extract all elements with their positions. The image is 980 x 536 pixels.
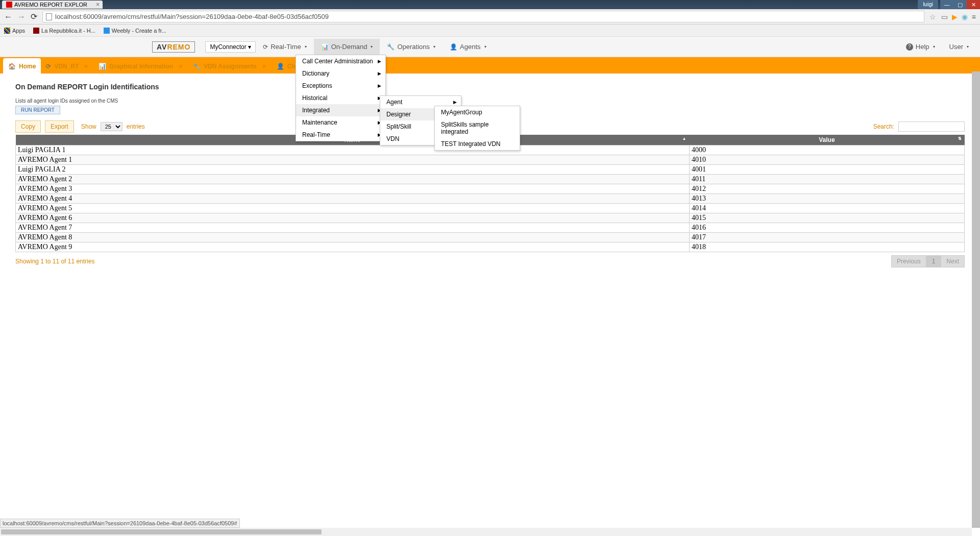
caret-down-icon: ▾ xyxy=(484,44,486,49)
cell-name: AVREMO Agent 4 xyxy=(16,194,690,204)
copy-button[interactable]: Copy xyxy=(15,120,41,133)
menu-item-cca[interactable]: Call Center Administration▶ xyxy=(296,55,385,67)
table-row[interactable]: AVREMO Agent 94018 xyxy=(16,242,965,252)
nav-agents[interactable]: 👤Agents▾ xyxy=(443,39,493,55)
cell-value: 4013 xyxy=(689,194,964,204)
data-table: Name▲ Value⇅ Luigi PAGLIA 14000AVREMO Ag… xyxy=(15,135,965,252)
table-row[interactable]: AVREMO Agent 84017 xyxy=(16,233,965,242)
reload-button[interactable]: ⟳ xyxy=(31,12,37,21)
cell-name: AVREMO Agent 3 xyxy=(16,184,690,194)
logo: AVREMO xyxy=(152,41,195,53)
tab-graphical-info[interactable]: 📊Graphical Information✕ xyxy=(93,60,188,73)
table-row[interactable]: AVREMO Agent 24011 xyxy=(16,175,965,184)
close-icon[interactable]: × xyxy=(96,1,100,8)
back-button[interactable]: ← xyxy=(4,12,12,21)
tab-vdn-rt[interactable]: ⟳VDN_RT✕ xyxy=(41,60,93,73)
table-footer: Showing 1 to 11 of 11 entries Previous 1… xyxy=(15,252,965,271)
extension-icon[interactable]: ◉ xyxy=(962,13,968,21)
address-bar[interactable]: localhost:60009/avremo/cms/restful/Main?… xyxy=(42,11,924,22)
export-button[interactable]: Export xyxy=(45,120,74,133)
cell-name: Luigi PAGLIA 1 xyxy=(16,145,690,155)
chevron-right-icon: ▶ xyxy=(378,71,381,76)
device-icon[interactable]: ▭ xyxy=(941,13,948,21)
cell-name: AVREMO Agent 5 xyxy=(16,204,690,213)
menu-item-exceptions[interactable]: Exceptions▶ xyxy=(296,80,385,92)
bookmark-weebly[interactable]: Weebly - Create a fr... xyxy=(104,28,166,34)
cell-value: 4017 xyxy=(689,233,964,242)
home-icon: 🏠 xyxy=(8,63,16,70)
table-row[interactable]: AVREMO Agent 64015 xyxy=(16,213,965,223)
browser-tab[interactable]: AVREMO REPORT EXPLOR × xyxy=(2,1,103,9)
menu-item-realtime[interactable]: Real-Time▶ xyxy=(296,129,385,141)
previous-button[interactable]: Previous xyxy=(891,255,926,267)
vertical-scrollbar[interactable] xyxy=(972,71,980,280)
cell-name: AVREMO Agent 6 xyxy=(16,213,690,223)
tab-vdn-assignments[interactable]: 🔧VDN Assignments✕ xyxy=(188,60,272,73)
page-1-button[interactable]: 1 xyxy=(926,255,941,267)
column-header-value[interactable]: Value⇅ xyxy=(689,135,964,145)
sort-icon: ⇅ xyxy=(958,136,962,141)
menu-item-test-vdn[interactable]: TEST Integrated VDN xyxy=(435,138,520,150)
tab-home[interactable]: 🏠Home xyxy=(3,58,41,75)
close-icon[interactable]: ✕ xyxy=(262,63,266,70)
entries-select[interactable]: 25 xyxy=(101,122,122,131)
nav-operations[interactable]: 🔧Operations▾ xyxy=(380,39,443,55)
table-row[interactable]: AVREMO Agent 74016 xyxy=(16,223,965,233)
site-icon xyxy=(104,28,110,34)
play-icon[interactable]: ▶ xyxy=(952,13,958,21)
menu-item-myagentgroup[interactable]: MyAgentGroup xyxy=(435,106,520,118)
table-row[interactable]: AVREMO Agent 44013 xyxy=(16,194,965,204)
content-tabs: 🏠Home ⟳VDN_RT✕ 📊Graphical Information✕ 🔧… xyxy=(0,57,980,74)
cell-value: 4000 xyxy=(689,145,964,155)
nav-realtime[interactable]: ⟳Real-Time▾ xyxy=(256,39,313,55)
chart-icon: 📊 xyxy=(321,43,329,51)
os-user-badge: luigi xyxy=(918,0,938,9)
menu-item-integrated[interactable]: Integrated▶ xyxy=(296,104,385,116)
menu-icon[interactable]: ≡ xyxy=(972,13,976,21)
wrench-icon: 🔧 xyxy=(387,43,395,51)
caret-down-icon: ▾ xyxy=(305,44,307,49)
user-icon: 👤 xyxy=(277,63,284,70)
browser-toolbar: ← → ⟳ localhost:60009/avremo/cms/restful… xyxy=(0,9,980,25)
close-icon[interactable]: ✕ xyxy=(178,63,183,70)
url-text: localhost:60009/avremo/cms/restful/Main?… xyxy=(55,13,329,20)
bookmark-apps[interactable]: Apps xyxy=(4,28,25,34)
connector-dropdown[interactable]: MyConnector ▾ xyxy=(205,41,256,53)
window-close[interactable]: ✕ xyxy=(967,0,980,9)
page-subtitle: Lists all agent login IDs assigned on th… xyxy=(15,98,965,104)
cell-name: AVREMO Agent 7 xyxy=(16,223,690,233)
search-input[interactable] xyxy=(898,121,965,132)
bookmarks-bar: Apps La Repubblica.it - H... Weebly - Cr… xyxy=(0,25,980,37)
refresh-icon: ⟳ xyxy=(263,43,268,51)
window-minimize[interactable]: — xyxy=(940,0,953,9)
run-report-button[interactable]: RUN REPORT xyxy=(15,106,60,114)
caret-down-icon: ▾ xyxy=(433,44,435,49)
site-icon xyxy=(33,28,39,34)
menu-item-dictionary[interactable]: Dictionary▶ xyxy=(296,67,385,80)
table-row[interactable]: AVREMO Agent 14010 xyxy=(16,155,965,165)
menu-item-maintenance[interactable]: Maintenance▶ xyxy=(296,116,385,129)
menu-item-splitskills-sample[interactable]: SplitSkills sample integrated xyxy=(435,118,520,138)
table-row[interactable]: AVREMO Agent 34012 xyxy=(16,184,965,194)
nav-help[interactable]: ?Help▾ xyxy=(899,39,942,55)
table-info: Showing 1 to 11 of 11 entries xyxy=(15,258,94,265)
menu-item-historical[interactable]: Historical▶ xyxy=(296,92,385,104)
cell-value: 4011 xyxy=(689,175,964,184)
search-label: Search: xyxy=(873,123,894,130)
table-row[interactable]: Luigi PAGLIA 24001 xyxy=(16,165,965,175)
nav-ondemand[interactable]: 📊On-Demand▾ xyxy=(314,39,380,55)
page-title: On Demand REPORT Login Identifications xyxy=(15,83,965,91)
cell-value: 4001 xyxy=(689,165,964,175)
forward-button[interactable]: → xyxy=(17,12,26,21)
next-button[interactable]: Next xyxy=(941,255,965,267)
bookmark-repubblica[interactable]: La Repubblica.it - H... xyxy=(33,28,95,34)
window-maximize[interactable]: ▢ xyxy=(953,0,967,9)
nav-user[interactable]: User▾ xyxy=(942,39,976,55)
favicon-icon xyxy=(6,2,12,8)
cell-value: 4018 xyxy=(689,242,964,252)
close-icon[interactable]: ✕ xyxy=(84,63,88,70)
bookmark-star-icon[interactable]: ☆ xyxy=(929,13,936,21)
table-row[interactable]: AVREMO Agent 54014 xyxy=(16,204,965,213)
page-body: On Demand REPORT Login Identifications L… xyxy=(0,74,980,280)
cell-value: 4014 xyxy=(689,204,964,213)
